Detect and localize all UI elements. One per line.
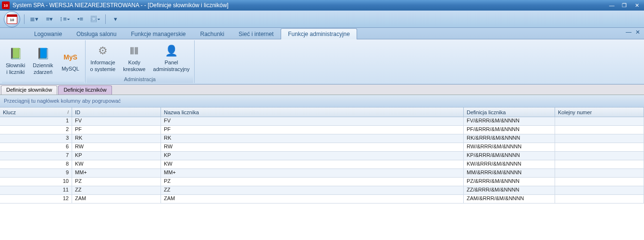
table-row[interactable]: 10PZPZPZ/&RRR/&M/&NNNN <box>0 178 644 186</box>
list-indent-icon[interactable]: ⫶≡▾ <box>59 14 71 24</box>
app-icon: 10 <box>2 1 10 9</box>
barcode-icon: ⦀⦀ <box>126 43 142 59</box>
ribbon-dziennik[interactable]: 📘 Dziennikzdarzeń <box>29 40 57 81</box>
cell-klucz: 9 <box>0 169 72 177</box>
calendar-icon: 10 <box>7 14 17 24</box>
cell-kolejny <box>555 126 644 134</box>
cell-id: MM+ <box>72 169 161 177</box>
cell-klucz: 12 <box>0 195 72 203</box>
table-row[interactable]: 1FVFVFV/&RRR/&M/&NNNN <box>0 117 644 126</box>
cell-nazwa: KP <box>161 152 464 160</box>
cell-klucz: 7 <box>0 152 72 160</box>
column-header-id[interactable]: ID <box>72 108 161 117</box>
app-menu-orb[interactable]: 10 <box>4 11 20 27</box>
cell-kolejny <box>555 195 644 203</box>
mdi-controls: — ✕ <box>626 29 640 36</box>
ribbon-item-label: Słownikii liczniki <box>6 62 25 75</box>
cell-nazwa: FV <box>161 117 464 125</box>
ribbon-item-label: MySQL <box>62 66 79 72</box>
cell-kolejny <box>555 143 644 151</box>
cell-id: PZ <box>72 178 161 186</box>
ribbon-group-label <box>2 81 84 83</box>
table-row[interactable]: 6RWRWRW/&RRR/&M/&NNNN <box>0 143 644 152</box>
cell-kolejny <box>555 160 644 168</box>
ribbon-kody[interactable]: ⦀⦀ Kodykreskowe <box>119 40 149 75</box>
ribbon: 📗 Słownikii liczniki 📘 Dziennikzdarzeń M… <box>0 39 644 84</box>
ribbon-mysql[interactable]: MyS MySQL <box>57 40 84 81</box>
list-decrease-icon[interactable]: ≡▾ <box>44 14 55 24</box>
qat-customize-icon[interactable]: ▾ <box>110 14 121 24</box>
close-button[interactable]: ✕ <box>632 1 642 10</box>
window-title: System SPA - WERSJA NIEZAREJESTROWANA - … <box>12 2 607 9</box>
ribbon-slowniki[interactable]: 📗 Słownikii liczniki <box>2 40 29 81</box>
table-row[interactable]: 11ZZZZZZ/&RRR/&M/&NNNN <box>0 186 644 195</box>
table-row[interactable]: 9MM+MM+MM/&RRR/&M/&NNNN <box>0 169 644 178</box>
quick-access-toolbar: 10 ≣▾ ≡▾ ⫶≡▾ •≡ ⿴▾ ▾ <box>0 11 644 28</box>
groupby-panel[interactable]: Przeciągnij tu nagłówek kolumny aby pogr… <box>0 95 644 108</box>
list-number-icon[interactable]: ≣▾ <box>28 14 40 24</box>
cell-def: RK/&RRR/&M/&NNNN <box>464 134 555 143</box>
journal-icon: 📘 <box>35 46 50 61</box>
book-icon: 📗 <box>8 46 23 61</box>
ribbon-panel[interactable]: 👤 Paneladministracyjny <box>149 40 194 75</box>
ribbon-informacje[interactable]: ⚙ Informacjeo systemie <box>87 40 120 75</box>
tab-rachunki[interactable]: Rachunki <box>193 28 232 39</box>
tab-logowanie[interactable]: Logowanie <box>27 28 69 39</box>
cell-nazwa: PZ <box>161 178 464 186</box>
grid-header: Klucz / ID Nazwa licznika Definicja licz… <box>0 108 644 117</box>
column-header-definicja[interactable]: Definicja licznika <box>464 108 555 117</box>
separator <box>24 14 25 24</box>
cell-klucz: 2 <box>0 126 72 134</box>
list-layout-icon[interactable]: ⿴▾ <box>90 14 101 24</box>
cell-kolejny <box>555 134 644 143</box>
maximize-button[interactable]: ❐ <box>619 1 630 10</box>
column-header-klucz[interactable]: Klucz / <box>0 108 72 117</box>
cell-nazwa: ZAM <box>161 195 464 203</box>
minimize-button[interactable]: — <box>607 1 617 10</box>
cell-klucz: 1 <box>0 117 72 125</box>
ribbon-group-label: Administracja <box>87 75 194 83</box>
cell-def: FV/&RRR/&M/&NNNN <box>464 117 555 125</box>
cell-def: KW/&RRR/&M/&NNNN <box>464 160 555 168</box>
table-row[interactable]: 3RKRKRK/&RRR/&M/&NNNN <box>0 134 644 143</box>
ribbon-item-label: Kodykreskowe <box>123 60 145 72</box>
table-row[interactable]: 2PFPFPF/&RRR/&M/&NNNN <box>0 126 644 134</box>
table-row[interactable]: 12ZAMZAMZAM/&RRR/&M/&NNNN <box>0 195 644 204</box>
cell-nazwa: PF <box>161 126 464 134</box>
cell-nazwa: RW <box>161 143 464 151</box>
cell-nazwa: RK <box>161 134 464 143</box>
cell-id: ZZ <box>72 186 161 194</box>
cell-kolejny <box>555 178 644 186</box>
tab-funkcje-administracyjne[interactable]: Funkcje administracyjne <box>281 28 357 39</box>
cell-id: RW <box>72 143 161 151</box>
column-header-kolejny[interactable]: Kolejny numer <box>555 108 644 117</box>
tab-obsluga-salonu[interactable]: Obsługa salonu <box>69 28 124 39</box>
list-bullet-icon[interactable]: •≡ <box>74 14 86 24</box>
cell-kolejny <box>555 169 644 177</box>
subtab-definicje-slownikow[interactable]: Definicje słowników <box>1 85 57 95</box>
cell-id: KW <box>72 160 161 168</box>
mdi-close-icon[interactable]: ✕ <box>635 29 640 36</box>
mdi-minimize-icon[interactable]: — <box>626 29 632 36</box>
cell-id: PF <box>72 126 161 134</box>
app-icon-label: 10 <box>4 3 8 8</box>
column-header-nazwa[interactable]: Nazwa licznika <box>161 108 464 117</box>
cell-klucz: 8 <box>0 160 72 168</box>
cell-klucz: 6 <box>0 143 72 151</box>
separator <box>105 14 106 24</box>
user-icon: 👤 <box>164 43 179 59</box>
cell-id: RK <box>72 134 161 143</box>
table-row[interactable]: 7KPKPKP/&RRR/&M/&NNNN <box>0 152 644 160</box>
cell-kolejny <box>555 186 644 194</box>
cell-def: RW/&RRR/&M/&NNNN <box>464 143 555 151</box>
tab-siec-i-internet[interactable]: Sieć i internet <box>232 28 281 39</box>
tab-funkcje-managerskie[interactable]: Funkcje managerskie <box>124 28 193 39</box>
subtab-definicje-licznikow[interactable]: Definicje liczników <box>58 85 111 95</box>
ribbon-item-label: Informacjeo systemie <box>90 60 116 72</box>
cell-def: ZAM/&RRR/&M/&NNNN <box>464 195 555 203</box>
cell-nazwa: ZZ <box>161 186 464 194</box>
window-controls: — ❐ ✕ <box>607 1 642 10</box>
cell-def: MM/&RRR/&M/&NNNN <box>464 169 555 177</box>
table-row[interactable]: 8KWKWKW/&RRR/&M/&NNNN <box>0 160 644 169</box>
cell-def: KP/&RRR/&M/&NNNN <box>464 152 555 160</box>
